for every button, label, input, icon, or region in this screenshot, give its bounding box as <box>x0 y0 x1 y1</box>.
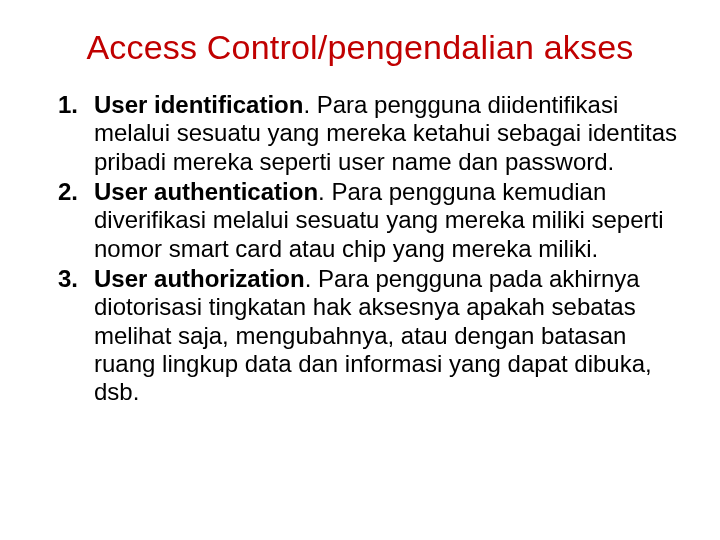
list-item: User authentication. Para pengguna kemud… <box>94 178 680 263</box>
list-item: User authorization. Para pengguna pada a… <box>94 265 680 407</box>
term: User authentication <box>94 178 318 205</box>
numbered-list: User identification. Para pengguna diide… <box>40 91 680 406</box>
list-item: User identification. Para pengguna diide… <box>94 91 680 176</box>
term: User authorization <box>94 265 305 292</box>
term: User identification <box>94 91 303 118</box>
slide-title: Access Control/pengendalian akses <box>40 28 680 67</box>
